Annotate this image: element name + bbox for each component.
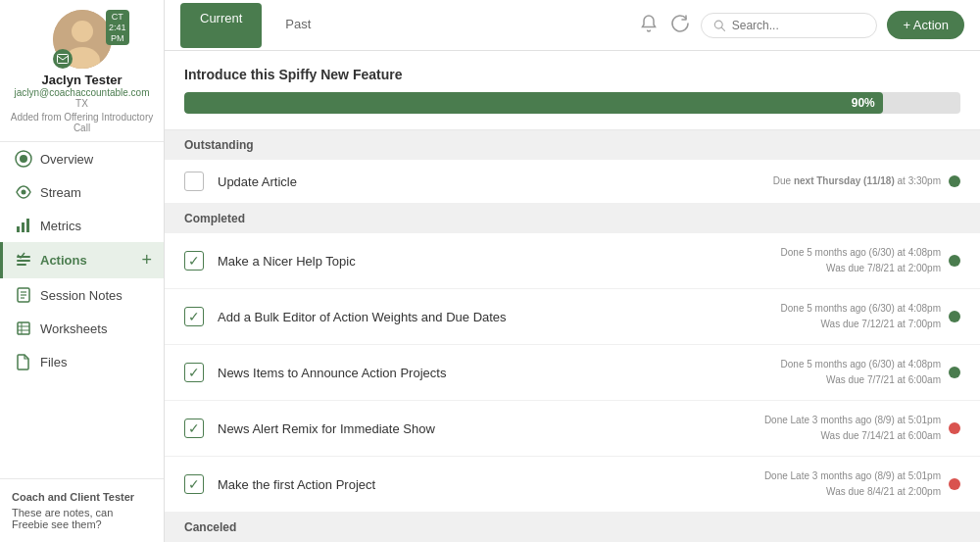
action-text: Make the first Action Project: [218, 477, 764, 492]
table-row: ✓ News Alert Remix for Immediate Show Do…: [165, 401, 980, 457]
table-row: ✓ Make a Nicer Help Topic Done 5 months …: [165, 233, 980, 289]
table-row: ✓ News Items to Announce Action Projects…: [165, 345, 980, 401]
tab-past[interactable]: Past: [262, 3, 334, 48]
svg-point-1: [72, 21, 93, 42]
status-dot: [949, 255, 960, 267]
search-input[interactable]: [732, 19, 865, 32]
svg-point-5: [20, 155, 27, 163]
status-dot: [949, 367, 960, 378]
overview-icon: [15, 150, 32, 168]
checkbox-news-alert[interactable]: ✓: [184, 419, 204, 438]
status-dot: [949, 478, 960, 490]
session-notes-label: Session Notes: [40, 288, 122, 303]
profile-section: CT2:41PM Jaclyn Tester jaclyn@coachaccou…: [0, 0, 164, 142]
search-icon: [713, 19, 725, 32]
stream-label: Stream: [40, 185, 81, 200]
sidebar: CT2:41PM Jaclyn Tester jaclyn@coachaccou…: [0, 0, 165, 542]
svg-rect-8: [22, 222, 24, 232]
notes-body: These are notes, can Freebie see them?: [12, 507, 152, 530]
feature-title: Introduce this Spiffy New Feature: [184, 67, 960, 82]
time-badge: CT2:41PM: [106, 10, 129, 45]
action-meta: Due next Thursday (11/18) at 3:30pm: [773, 173, 941, 189]
header-actions: + Action: [638, 11, 964, 39]
sidebar-item-actions[interactable]: Actions +: [0, 242, 164, 278]
profile-name: Jaclyn Tester: [8, 73, 156, 87]
table-row: ✓ Make the first Action Project Done Lat…: [165, 457, 980, 513]
progress-bar-fill: 90%: [184, 92, 883, 114]
profile-state: TX: [8, 98, 156, 109]
progress-label: 90%: [852, 96, 875, 110]
tab-current[interactable]: Current: [180, 3, 262, 48]
action-meta: Done Late 3 months ago (8/9) at 5:01pm W…: [764, 413, 941, 444]
table-row: ✓ Add a Bulk Editor of Action Weights an…: [165, 289, 980, 345]
files-label: Files: [40, 355, 67, 370]
action-text: Update Article: [218, 174, 773, 189]
checkbox-nicer-help[interactable]: ✓: [184, 251, 204, 271]
actions-icon: [15, 252, 32, 270]
sidebar-item-metrics[interactable]: Metrics: [0, 209, 164, 242]
main-panel: Current Past: [165, 0, 980, 542]
search-box[interactable]: [701, 13, 877, 38]
svg-rect-12: [17, 264, 26, 266]
avatar-wrap: CT2:41PM: [53, 10, 112, 69]
table-row: Update Article Due next Thursday (11/18)…: [165, 160, 980, 204]
tab-bar: Current Past: [180, 3, 334, 48]
svg-rect-7: [17, 226, 20, 232]
add-action-plus[interactable]: +: [141, 250, 152, 271]
action-meta: Done 5 months ago (6/30) at 4:08pm Was d…: [781, 301, 941, 332]
checkbox-bulk-editor[interactable]: ✓: [184, 307, 204, 326]
sidebar-item-session-notes[interactable]: Session Notes: [0, 278, 164, 312]
worksheets-icon: [15, 320, 32, 337]
action-text: Make a Nicer Help Topic: [218, 254, 781, 269]
status-dot: [949, 175, 960, 187]
refresh-icon[interactable]: [669, 13, 691, 37]
files-icon: [15, 353, 32, 370]
svg-rect-11: [17, 260, 30, 262]
checkbox-first-action[interactable]: ✓: [184, 474, 204, 494]
profile-email[interactable]: jaclyn@coachaccountable.com: [8, 87, 156, 98]
svg-rect-9: [26, 219, 29, 232]
checkbox-news-items[interactable]: ✓: [184, 363, 204, 382]
svg-line-22: [722, 27, 725, 30]
status-dot: [949, 311, 960, 322]
svg-point-6: [22, 190, 26, 195]
checkbox-update-article[interactable]: [184, 172, 204, 191]
svg-rect-3: [57, 55, 68, 64]
bell-icon[interactable]: [638, 13, 660, 37]
sidebar-item-overview[interactable]: Overview: [0, 142, 164, 175]
action-meta: Done 5 months ago (6/30) at 4:08pm Was d…: [781, 357, 941, 388]
sidebar-notes: Coach and Client Tester These are notes,…: [0, 478, 164, 542]
worksheets-label: Worksheets: [40, 321, 107, 336]
status-dot: [949, 422, 960, 434]
section-canceled: Canceled: [165, 513, 980, 542]
action-text: News Alert Remix for Immediate Show: [218, 421, 764, 436]
session-notes-icon: [15, 286, 32, 304]
content-area: Introduce this Spiffy New Feature 90% Ou…: [165, 51, 980, 542]
mail-icon[interactable]: [53, 49, 73, 69]
sidebar-item-stream[interactable]: Stream: [0, 175, 164, 209]
stream-icon: [15, 183, 32, 201]
svg-rect-17: [18, 322, 29, 334]
progress-bar-background: 90%: [184, 92, 960, 114]
action-text: Add a Bulk Editor of Action Weights and …: [218, 310, 781, 324]
metrics-label: Metrics: [40, 219, 81, 233]
action-button[interactable]: + Action: [887, 11, 964, 39]
sidebar-item-files[interactable]: Files: [0, 345, 164, 378]
action-text: News Items to Announce Action Projects: [218, 366, 781, 380]
main-header: Current Past: [165, 0, 980, 51]
section-completed: Completed: [165, 204, 980, 233]
notes-title: Coach and Client Tester: [12, 491, 152, 503]
metrics-icon: [15, 217, 32, 234]
action-meta: Done Late 3 months ago (8/9) at 5:01pm W…: [764, 468, 941, 500]
feature-block: Introduce this Spiffy New Feature 90%: [165, 51, 980, 130]
overview-label: Overview: [40, 152, 93, 167]
actions-label: Actions: [40, 253, 87, 268]
sidebar-item-worksheets[interactable]: Worksheets: [0, 312, 164, 345]
section-outstanding: Outstanding: [165, 130, 980, 160]
profile-source: Added from Offering Introductory Call: [8, 112, 156, 133]
action-meta: Done 5 months ago (6/30) at 4:08pm Was d…: [781, 245, 941, 276]
